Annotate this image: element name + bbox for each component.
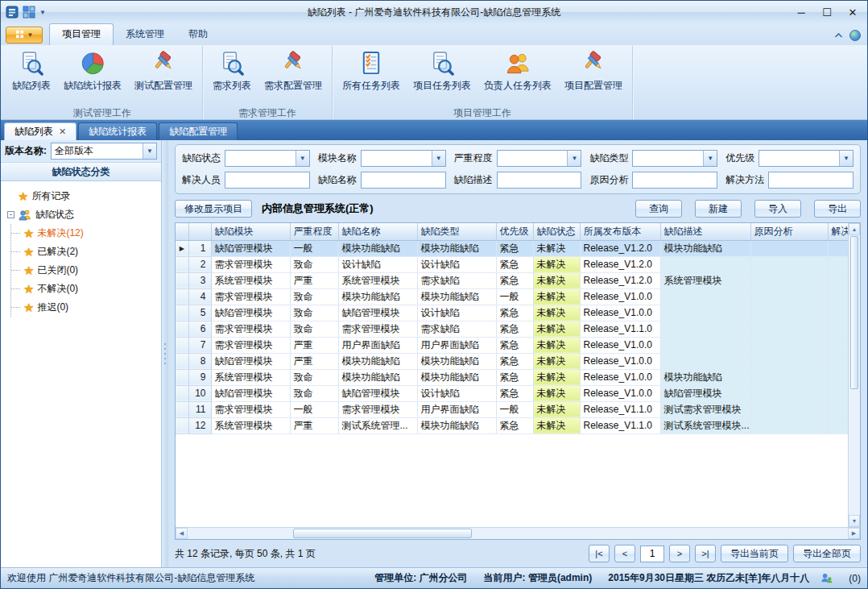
scroll-down-icon[interactable]: ▼ <box>849 515 860 527</box>
tree-node-status[interactable]: ★不解决(0) <box>11 280 159 298</box>
defect-list-button[interactable]: 缺陷列表 <box>6 48 57 94</box>
project-config-button[interactable]: 项目配置管理 <box>558 48 629 94</box>
prev-page-button[interactable]: < <box>614 545 635 562</box>
scroll-up-icon[interactable]: ▲ <box>849 223 860 235</box>
next-page-button[interactable]: > <box>669 545 690 562</box>
scrollbar-track[interactable] <box>849 235 860 515</box>
vertical-scrollbar[interactable]: ▲ ▼ <box>848 223 860 527</box>
version-select[interactable]: 全部版本 ▼ <box>51 143 157 160</box>
ribbon-tab-system-management[interactable]: 系统管理 <box>114 24 176 45</box>
defect-type-select[interactable]: ▼ <box>632 150 717 167</box>
close-button[interactable]: ✕ <box>840 2 866 22</box>
application-menu-button[interactable]: ▼ <box>6 27 43 44</box>
solution-input[interactable] <box>768 172 854 189</box>
last-page-button[interactable]: >| <box>695 545 716 562</box>
chevron-down-icon[interactable]: ▼ <box>567 151 581 166</box>
owner-tasks-button[interactable]: 负责人任务列表 <box>477 48 558 94</box>
severity-select[interactable]: ▼ <box>497 150 582 167</box>
export-button[interactable]: 导出 <box>814 200 861 218</box>
column-header[interactable]: 缺陷名称 <box>338 223 417 240</box>
import-button[interactable]: 导入 <box>754 200 801 218</box>
grid-cell <box>828 385 848 401</box>
scrollbar-thumb[interactable] <box>850 236 858 389</box>
page-number-input[interactable] <box>640 545 664 562</box>
table-row[interactable]: 10缺陷管理模块致命缺陷管理模块设计缺陷紧急未解决Release_V1.0.0缺… <box>176 385 848 401</box>
grid-cell <box>660 305 750 321</box>
doc-tab-defect-config[interactable]: 缺陷配置管理 <box>159 122 238 140</box>
new-button[interactable]: 新建 <box>695 200 742 218</box>
chevron-down-icon[interactable]: ▼ <box>39 9 46 16</box>
scroll-left-icon[interactable]: ◀ <box>176 528 188 539</box>
table-row[interactable]: 8缺陷管理模块严重模块功能缺陷模块功能缺陷紧急未解决Release_V1.0.0 <box>176 353 848 369</box>
column-header[interactable]: 原因分析 <box>750 223 828 240</box>
table-row[interactable]: 7需求管理模块严重用户界面缺陷用户界面缺陷紧急未解决Release_V1.0.0 <box>176 337 848 353</box>
scroll-right-icon[interactable]: ▶ <box>848 528 860 539</box>
requirement-list-button[interactable]: 需求列表 <box>206 48 258 94</box>
table-row[interactable]: 6需求管理模块致命需求管理模块需求缺陷紧急未解决Release_V1.1.0 <box>176 321 848 337</box>
collapse-ribbon-icon[interactable] <box>834 30 843 41</box>
collapse-icon[interactable]: - <box>7 211 14 218</box>
chevron-down-icon[interactable]: ▼ <box>296 151 309 166</box>
column-header[interactable]: 优先级 <box>496 223 533 240</box>
star-icon: ★ <box>23 264 34 276</box>
column-header[interactable]: 缺陷模块 <box>211 223 290 240</box>
layout-icon[interactable] <box>23 6 35 19</box>
table-row[interactable]: 9系统管理模块致命模块功能缺陷模块功能缺陷紧急未解决Release_V1.0.0… <box>176 369 848 385</box>
requirement-config-button[interactable]: 需求配置管理 <box>258 48 329 94</box>
cause-analysis-input[interactable] <box>632 172 717 189</box>
modify-columns-button[interactable]: 修改显示项目 <box>175 200 252 218</box>
module-name-select[interactable]: ▼ <box>361 150 446 167</box>
table-row[interactable]: 11需求管理模块一般需求管理模块用户界面缺陷一般未解决Release_V1.1.… <box>176 401 848 417</box>
column-header[interactable]: 缺陷描述 <box>660 223 750 240</box>
app-logo-icon[interactable] <box>6 6 19 19</box>
search-button[interactable]: 查询 <box>635 200 682 218</box>
tree-node-all-records[interactable]: ★所有记录 <box>3 187 159 205</box>
horizontal-scrollbar[interactable]: ◀ ▶ <box>176 527 860 539</box>
doc-tab-defect-list[interactable]: 缺陷列表 ✕ <box>4 122 76 140</box>
table-row[interactable]: 4需求管理模块致命模块功能缺陷模块功能缺陷一般未解决Release_V1.0.0 <box>176 288 848 305</box>
chevron-down-icon[interactable]: ▼ <box>703 151 717 166</box>
defect-description-input[interactable] <box>497 172 582 189</box>
priority-select[interactable]: ▼ <box>758 150 854 167</box>
column-header[interactable]: 缺陷类型 <box>417 223 496 240</box>
close-icon[interactable]: ✕ <box>59 127 66 137</box>
column-header[interactable]: 所属发布版本 <box>580 223 660 240</box>
first-page-button[interactable]: |< <box>589 545 610 562</box>
tree-node-defect-status[interactable]: -缺陷状态 <box>3 205 159 224</box>
column-header[interactable]: 缺陷状态 <box>533 223 580 240</box>
defect-status-select[interactable]: ▼ <box>225 150 310 167</box>
table-row[interactable]: ▶1缺陷管理模块一般模块功能缺陷模块功能缺陷紧急未解决Release_V1.2.… <box>176 240 848 256</box>
doc-tab-defect-report[interactable]: 缺陷统计报表 <box>78 122 157 140</box>
filter-field: 原因分析 <box>589 172 717 189</box>
defect-report-button[interactable]: 缺陷统计报表 <box>57 48 128 94</box>
minimize-button[interactable]: ─ <box>788 2 814 22</box>
table-row[interactable]: 12系统管理模块严重测试系统管理...模块功能缺陷紧急未解决Release_V1… <box>176 417 848 433</box>
chevron-down-icon[interactable]: ▼ <box>839 151 853 166</box>
tree-node-status[interactable]: ★未解决(12) <box>11 224 159 243</box>
chevron-down-icon[interactable]: ▼ <box>432 151 445 166</box>
maximize-button[interactable]: ☐ <box>814 2 840 22</box>
table-row[interactable]: 5缺陷管理模块致命缺陷管理模块设计缺陷紧急未解决Release_V1.0.0 <box>176 305 848 321</box>
column-header[interactable]: 严重程度 <box>290 223 338 240</box>
table-row[interactable]: 2需求管理模块致命设计缺陷设计缺陷紧急未解决Release_V1.2.0 <box>176 256 848 272</box>
all-tasks-button[interactable]: 所有任务列表 <box>336 48 407 94</box>
test-config-button[interactable]: 测试配置管理 <box>128 48 199 94</box>
tree-node-status[interactable]: ★已解决(2) <box>11 243 159 261</box>
sidebar-splitter[interactable] <box>162 140 168 567</box>
defect-name-input[interactable] <box>361 172 446 189</box>
style-icon[interactable] <box>849 30 861 41</box>
resolver-input[interactable] <box>225 172 310 189</box>
ribbon-tab-help[interactable]: 帮助 <box>176 24 220 45</box>
export-current-page-button[interactable]: 导出当前页 <box>721 545 788 562</box>
export-all-pages-button[interactable]: 导出全部页 <box>793 545 861 562</box>
table-row[interactable]: 3系统管理模块严重系统管理模块需求缺陷紧急未解决Release_V1.2.0系统… <box>176 272 848 288</box>
tree-node-status[interactable]: ★推迟(0) <box>11 298 159 317</box>
chevron-down-icon[interactable]: ▼ <box>143 143 156 159</box>
tree-node-status[interactable]: ★已关闭(0) <box>11 261 159 280</box>
grid-cell: 紧急 <box>496 256 533 272</box>
scrollbar-thumb[interactable] <box>293 529 471 538</box>
scrollbar-track[interactable] <box>188 528 848 539</box>
project-tasks-button[interactable]: 项目任务列表 <box>407 48 477 94</box>
column-header[interactable]: 解决方法 <box>828 223 848 240</box>
ribbon-tab-project-management[interactable]: 项目管理 <box>49 23 114 45</box>
